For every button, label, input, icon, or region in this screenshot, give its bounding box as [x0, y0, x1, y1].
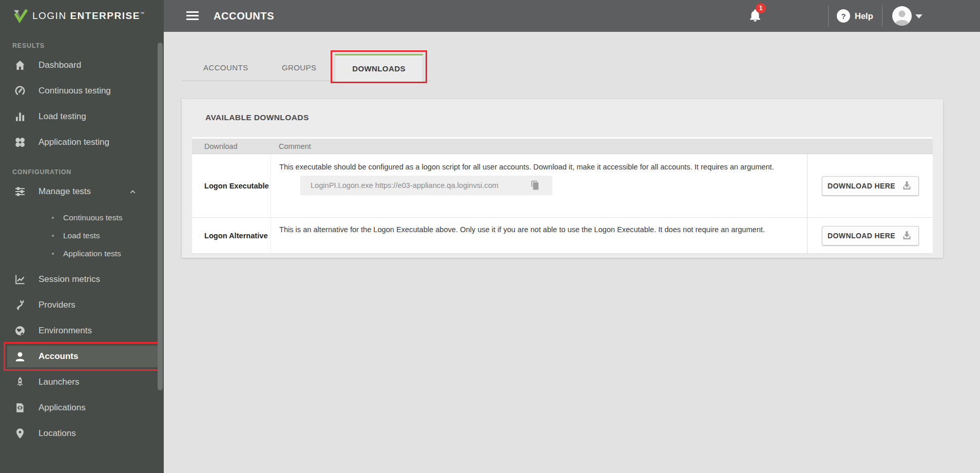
- download-button-label: DOWNLOAD HERE: [828, 182, 895, 190]
- help-button[interactable]: ? Help: [837, 9, 873, 23]
- sidebar-subitem-label: Application tests: [63, 249, 121, 258]
- comment-text: This executable should be configured as …: [279, 161, 795, 173]
- annotation-downloads-tab: DOWNLOADS: [331, 50, 427, 83]
- sidebar-item-application-testing[interactable]: Application testing: [0, 129, 164, 155]
- download-here-button[interactable]: DOWNLOAD HERE: [822, 226, 919, 245]
- sidebar-item-label: Locations: [39, 428, 76, 439]
- home-icon: [14, 59, 26, 71]
- chevron-up-icon[interactable]: [128, 187, 137, 196]
- download-name: Logon Alternative: [192, 218, 271, 253]
- notifications-button[interactable]: 1: [748, 8, 763, 24]
- sidebar-item-launchers[interactable]: Launchers: [0, 369, 164, 395]
- chevron-down-icon[interactable]: [915, 14, 923, 18]
- app-logo[interactable]: LOGIN ENTERPRISE™: [0, 0, 164, 32]
- sidebar-item-label: Launchers: [39, 377, 79, 387]
- help-label: Help: [855, 11, 873, 21]
- person-icon: [14, 350, 26, 363]
- tab-accounts[interactable]: ACCOUNTS: [203, 63, 248, 72]
- table-row-logon-alternative: Logon Alternative This is an alternative…: [192, 218, 933, 254]
- bar-chart-icon: [14, 110, 26, 123]
- sidebar-item-label: Session metrics: [39, 274, 100, 285]
- sidebar-subitem-application-tests[interactable]: Application tests: [0, 244, 164, 262]
- topbar: ACCOUNTS 1 ? Help: [164, 0, 980, 32]
- sidebar-item-label: Providers: [39, 300, 75, 310]
- page-title: ACCOUNTS: [214, 0, 274, 32]
- nav-section-results: RESULTS: [0, 32, 164, 52]
- sidebar-item-providers[interactable]: Providers: [0, 292, 164, 318]
- gauge-icon: [14, 85, 26, 97]
- comment-cell: This is an alternative for the Logon Exe…: [271, 218, 807, 253]
- bullet-icon: [52, 217, 54, 219]
- globe-icon: [14, 325, 26, 337]
- command-box: LoginPI.Logon.exe https://e03-appliance.…: [300, 176, 552, 195]
- sidebar-item-label: Application testing: [39, 137, 109, 147]
- sidebar-item-label: Manage tests: [39, 186, 91, 197]
- sidebar-item-locations[interactable]: Locations: [0, 421, 164, 446]
- sidebar-item-label: Dashboard: [39, 60, 81, 70]
- download-button-label: DOWNLOAD HERE: [828, 232, 895, 240]
- tab-downloads[interactable]: DOWNLOADS: [335, 54, 423, 81]
- bullet-icon: [52, 235, 54, 237]
- sidebar-item-label: Environments: [39, 326, 92, 336]
- sidebar-item-environments[interactable]: Environments: [0, 318, 164, 344]
- panel-title: AVAILABLE DOWNLOADS: [205, 113, 309, 122]
- download-icon: [901, 180, 913, 192]
- sidebar-scrollbar-thumb[interactable]: [158, 43, 163, 390]
- sidebar-subitem-continuous-tests[interactable]: Continuous tests: [0, 209, 164, 226]
- user-icon: [892, 6, 912, 26]
- line-chart-icon: [14, 273, 26, 286]
- sidebar-item-label: Accounts: [39, 351, 78, 362]
- help-icon: ?: [837, 9, 850, 23]
- copy-icon[interactable]: [530, 179, 541, 192]
- avatar[interactable]: [892, 6, 912, 26]
- comment-text: This is an alternative for the Logon Exe…: [279, 224, 795, 235]
- column-header-download: Download: [192, 142, 271, 150]
- download-here-button[interactable]: DOWNLOAD HERE: [822, 176, 919, 196]
- sidebar-item-session-metrics[interactable]: Session metrics: [0, 267, 164, 292]
- tab-bar: ACCOUNTS GROUPS DOWNLOADS: [182, 50, 430, 86]
- sidebar-item-applications[interactable]: Applications: [0, 395, 164, 421]
- logo-check-icon: [13, 9, 28, 23]
- sidebar-item-load-testing[interactable]: Load testing: [0, 104, 164, 129]
- topbar-divider: [882, 5, 882, 27]
- sidebar-item-dashboard[interactable]: Dashboard: [0, 52, 164, 78]
- comment-cell: This executable should be configured as …: [271, 154, 807, 217]
- available-downloads-panel: AVAILABLE DOWNLOADS Download Comment Log…: [182, 99, 943, 258]
- table-row-logon-executable: Logon Executable This executable should …: [192, 154, 933, 218]
- topbar-divider: [828, 5, 829, 27]
- sidebar-item-label: Load testing: [39, 111, 86, 122]
- map-pin-icon: [14, 427, 26, 440]
- sidebar-subitem-label: Continuous tests: [63, 213, 122, 222]
- download-icon: [901, 230, 913, 241]
- notification-badge: 1: [756, 3, 766, 13]
- code-file-icon: [14, 402, 26, 414]
- action-cell: DOWNLOAD HERE: [807, 218, 933, 253]
- action-cell: DOWNLOAD HERE: [807, 154, 933, 217]
- logo-text: LOGIN ENTERPRISE™: [32, 10, 145, 22]
- sidebar-item-label: Applications: [39, 403, 86, 413]
- download-name: Logon Executable: [192, 154, 271, 217]
- command-text: LoginPI.Logon.exe https://e03-appliance.…: [311, 180, 498, 191]
- sidebar-subitem-label: Load tests: [63, 231, 100, 240]
- sidebar-subitem-load-tests[interactable]: Load tests: [0, 226, 164, 244]
- bullet-icon: [52, 253, 54, 255]
- tune-icon: [14, 185, 26, 198]
- sidebar-item-accounts[interactable]: Accounts: [7, 346, 158, 367]
- sidebar-item-manage-tests[interactable]: Manage tests: [0, 179, 164, 204]
- downloads-table: Download Comment Logon Executable This e…: [192, 137, 933, 254]
- rocket-icon: [14, 376, 26, 388]
- table-header-row: Download Comment: [192, 139, 933, 154]
- sidebar-item-continuous-testing[interactable]: Continuous testing: [0, 78, 164, 104]
- sidebar: LOGIN ENTERPRISE™ RESULTSDashboardContin…: [0, 0, 164, 473]
- nav-section-configuration: CONFIGURATION: [0, 155, 164, 179]
- cable-icon: [14, 299, 26, 311]
- menu-icon[interactable]: [186, 11, 199, 22]
- tab-groups[interactable]: GROUPS: [282, 63, 316, 72]
- sidebar-nav: RESULTSDashboardContinuous testingLoad t…: [0, 32, 164, 446]
- sidebar-item-label: Continuous testing: [39, 86, 111, 96]
- column-header-comment: Comment: [271, 142, 311, 150]
- main-content: ACCOUNTS GROUPS DOWNLOADS AVAILABLE DOWN…: [164, 32, 980, 473]
- apps-icon: [14, 136, 26, 148]
